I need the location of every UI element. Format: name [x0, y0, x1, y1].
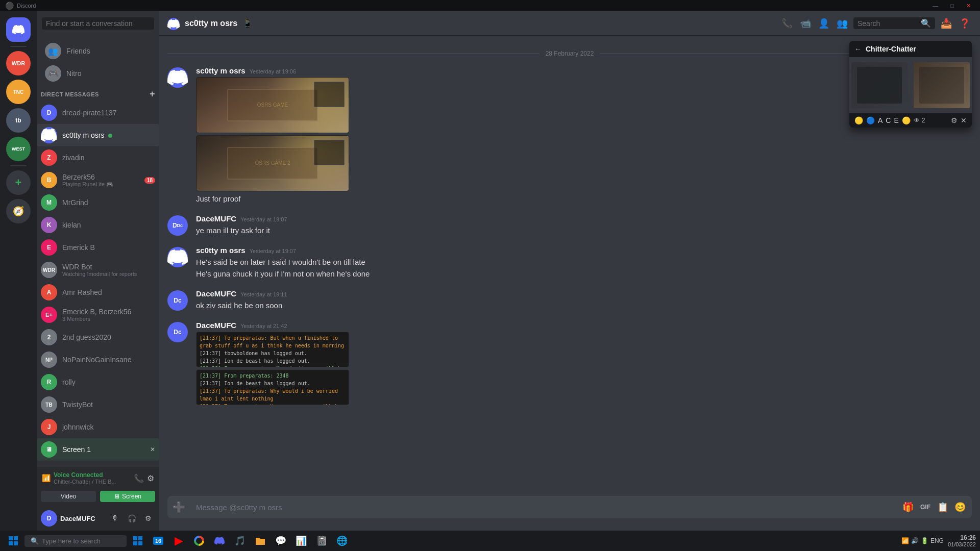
server-divider-2	[10, 165, 27, 166]
dm-item-group[interactable]: E+ Emerick B, Berzerk56 3 Members	[37, 304, 159, 326]
dm-item-zivadin[interactable]: Z zivadin	[37, 146, 159, 169]
dm-item-dread-pirate[interactable]: D dread-pirate1137	[37, 102, 159, 124]
server-icon-tnc[interactable]: TNC	[6, 80, 31, 104]
add-friend-icon[interactable]: 👤	[817, 16, 831, 31]
inbox-icon[interactable]: 📥	[939, 16, 953, 31]
screen-share-button[interactable]: 🖥 Screen	[100, 491, 155, 502]
dm-item-johnnwick[interactable]: J johnnwick	[37, 416, 159, 438]
msg-author[interactable]: sc0tty m osrs	[196, 66, 246, 75]
deafen-button[interactable]: 🎧	[125, 511, 139, 525]
user-settings-button[interactable]: ⚙	[141, 511, 155, 525]
server-icon-west[interactable]: WEST	[6, 137, 31, 161]
friends-item[interactable]: 👥 Friends	[41, 40, 155, 62]
taskbar-app-spotify[interactable]: 🎵	[231, 532, 249, 550]
msg-author-scotty-2[interactable]: sc0tty m osrs	[196, 246, 246, 255]
help-icon[interactable]: ❓	[958, 16, 972, 31]
server-icon-tb[interactable]: tb	[6, 108, 31, 133]
start-button[interactable]	[4, 532, 22, 550]
dm-item-amr[interactable]: A Amr Rashed	[37, 281, 159, 304]
header-search-input[interactable]	[857, 19, 919, 28]
user-bar: D DaceMUFC 🎙 🎧 ⚙	[37, 506, 159, 531]
maximize-button[interactable]: □	[946, 2, 958, 10]
taskbar-app-browser2[interactable]: 🌐	[333, 532, 351, 550]
friends-header-icon[interactable]: 👥	[835, 16, 849, 31]
search-input[interactable]	[46, 19, 150, 28]
minimize-button[interactable]: —	[928, 2, 942, 10]
dm-item-mrgrind[interactable]: M MrGrind	[37, 191, 159, 214]
dm-item-rolly[interactable]: R rolly	[37, 371, 159, 393]
pip-content	[849, 57, 972, 113]
taskbar-search[interactable]: 🔍 Type here to search	[24, 535, 127, 547]
pip-close-button[interactable]: ✕	[961, 116, 967, 124]
svg-rect-0	[9, 536, 13, 540]
video-call-icon[interactable]: 📹	[798, 16, 813, 31]
screen1-close[interactable]: ✕	[150, 446, 155, 453]
msg-header-dace-2: DaceMUFC Yesterday at 19:11	[196, 289, 972, 298]
header-search[interactable]: 🔍	[853, 17, 935, 29]
taskbar-app-explorer[interactable]	[251, 532, 270, 550]
dm-add-button[interactable]: +	[150, 89, 155, 99]
volume-icon[interactable]: 🔊	[911, 537, 919, 544]
mute-button[interactable]: 🎙	[108, 511, 122, 525]
msg-author-dace-2[interactable]: DaceMUFC	[196, 289, 236, 298]
pip-settings-button[interactable]: ⚙	[951, 116, 958, 124]
server-icon-discord[interactable]	[6, 17, 31, 42]
voice-channel-text: Chitter-Chatter / THE B...	[54, 479, 116, 485]
taskbar-app-sheets[interactable]: 📊	[292, 532, 310, 550]
msg-author-dace-3[interactable]: DaceMUFC	[196, 321, 236, 330]
pip-panel-left	[851, 62, 908, 108]
network-icon[interactable]: 📶	[901, 537, 909, 544]
titlebar-controls[interactable]: — □ ✕	[928, 2, 975, 10]
dm-item-screen1[interactable]: 🖥 Screen 1 ✕	[37, 438, 159, 461]
dm-section-header: DIRECT MESSAGES +	[37, 87, 159, 102]
emoji-icon[interactable]: 😊	[952, 499, 968, 515]
server-icon-wdr[interactable]: WDR	[6, 51, 31, 76]
gif-icon[interactable]: GIF	[918, 499, 933, 515]
pip-back-button[interactable]: ←	[854, 45, 862, 53]
taskbar: 🔍 Type here to search 16 ▶ 🎵 💬 📊 📓 🌐 📶 🔊…	[0, 531, 980, 551]
chat-add-button[interactable]: ➕	[167, 496, 190, 518]
msg-timestamp: Yesterday at 19:06	[250, 68, 296, 74]
pip-panel-right	[914, 62, 970, 108]
nitro-item[interactable]: 🎮 Nitro	[41, 62, 155, 85]
taskbar-app-youtube[interactable]: ▶	[169, 532, 188, 550]
taskbar-app-store[interactable]: 16	[149, 532, 167, 550]
avatar-johnnwick: J	[41, 419, 57, 435]
voice-end-call[interactable]: 📞	[134, 473, 144, 483]
taskbar-app-files[interactable]	[129, 532, 147, 550]
dm-item-text-scotty: sc0tty m osrs	[62, 131, 155, 139]
dm-item-twistybot[interactable]: TB TwistyBot	[37, 393, 159, 416]
msg-timestamp-dace-2: Yesterday at 19:11	[240, 291, 287, 297]
msg-content-dace-2: DaceMUFC Yesterday at 19:11 ok ziv said …	[196, 289, 972, 312]
dm-item-2ndguess[interactable]: 2 2nd guess2020	[37, 326, 159, 348]
voice-settings[interactable]: ⚙	[147, 473, 154, 483]
video-button[interactable]: Video	[41, 491, 96, 502]
chat-header-left: sc0tty m osrs 📱	[167, 17, 253, 30]
user-name: DaceMUFC	[60, 515, 105, 522]
chat-input[interactable]	[194, 497, 896, 517]
dm-item-scotty[interactable]: sc0tty m osrs	[37, 124, 159, 146]
dm-item-nopain[interactable]: NP NoPainNoGainInsane	[37, 348, 159, 371]
server-icon-explore[interactable]: 🧭	[6, 199, 31, 223]
taskbar-app-chrome[interactable]	[190, 532, 208, 550]
taskbar-app-notes[interactable]: 📓	[312, 532, 331, 550]
svg-rect-6	[133, 541, 137, 545]
search-bar[interactable]	[37, 11, 159, 36]
taskbar-time[interactable]: 16:26 01/03/2022	[948, 534, 976, 547]
dm-item-berzerk[interactable]: B Berzerk56 Playing RuneLite 🎮 18	[37, 169, 159, 191]
search-input-wrap[interactable]	[42, 17, 154, 30]
user-controls: 🎙 🎧 ⚙	[108, 511, 155, 525]
gift-icon[interactable]: 🎁	[900, 499, 916, 515]
dm-item-kielan[interactable]: K kielan	[37, 214, 159, 236]
battery-icon[interactable]: 🔋	[921, 537, 928, 544]
dm-item-wdrbot[interactable]: WDR WDR Bot Watching !modmail for report…	[37, 259, 159, 281]
call-icon[interactable]: 📞	[780, 16, 794, 31]
add-server-button[interactable]: +	[6, 170, 31, 195]
close-button[interactable]: ✕	[962, 2, 975, 10]
sticker-icon[interactable]: 📋	[935, 499, 950, 515]
msg-author-dace-1[interactable]: DaceMUFC	[196, 214, 236, 223]
taskbar-app-whatsapp[interactable]: 💬	[272, 532, 290, 550]
avatar-kielan: K	[41, 217, 57, 233]
taskbar-app-discord[interactable]	[210, 532, 229, 550]
dm-item-emerick[interactable]: E Emerick B	[37, 236, 159, 259]
